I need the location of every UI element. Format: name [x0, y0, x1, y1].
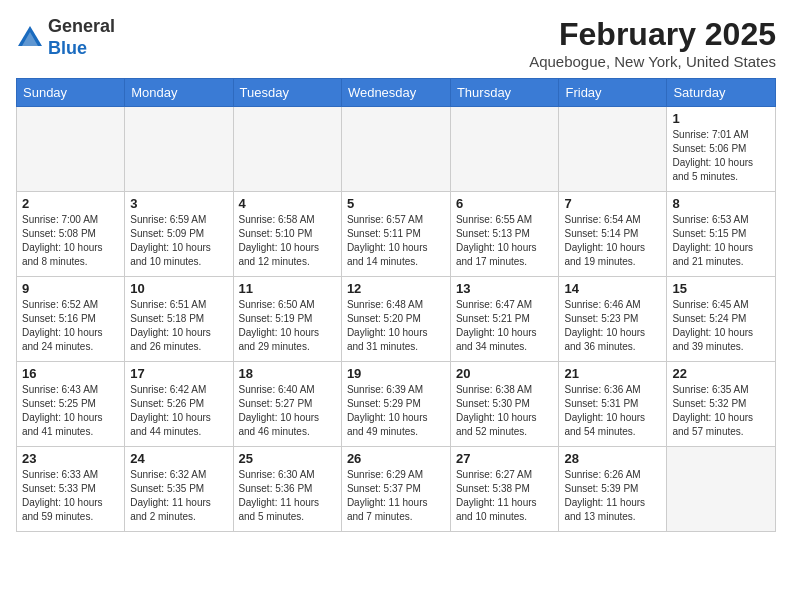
day-info: Sunrise: 6:42 AM Sunset: 5:26 PM Dayligh…: [130, 383, 227, 439]
month-title: February 2025: [529, 16, 776, 53]
calendar-cell: 22Sunrise: 6:35 AM Sunset: 5:32 PM Dayli…: [667, 362, 776, 447]
day-info: Sunrise: 6:57 AM Sunset: 5:11 PM Dayligh…: [347, 213, 445, 269]
day-info: Sunrise: 6:50 AM Sunset: 5:19 PM Dayligh…: [239, 298, 336, 354]
day-info: Sunrise: 6:55 AM Sunset: 5:13 PM Dayligh…: [456, 213, 554, 269]
day-info: Sunrise: 6:33 AM Sunset: 5:33 PM Dayligh…: [22, 468, 119, 524]
day-info: Sunrise: 6:26 AM Sunset: 5:39 PM Dayligh…: [564, 468, 661, 524]
week-row-1: 1Sunrise: 7:01 AM Sunset: 5:06 PM Daylig…: [17, 107, 776, 192]
day-info: Sunrise: 6:27 AM Sunset: 5:38 PM Dayligh…: [456, 468, 554, 524]
day-number: 2: [22, 196, 119, 211]
day-number: 15: [672, 281, 770, 296]
day-info: Sunrise: 6:30 AM Sunset: 5:36 PM Dayligh…: [239, 468, 336, 524]
day-number: 3: [130, 196, 227, 211]
day-number: 24: [130, 451, 227, 466]
day-number: 12: [347, 281, 445, 296]
calendar-cell: 7Sunrise: 6:54 AM Sunset: 5:14 PM Daylig…: [559, 192, 667, 277]
calendar-cell: 16Sunrise: 6:43 AM Sunset: 5:25 PM Dayli…: [17, 362, 125, 447]
weekday-header-tuesday: Tuesday: [233, 79, 341, 107]
calendar-cell: 24Sunrise: 6:32 AM Sunset: 5:35 PM Dayli…: [125, 447, 233, 532]
day-info: Sunrise: 6:46 AM Sunset: 5:23 PM Dayligh…: [564, 298, 661, 354]
day-number: 22: [672, 366, 770, 381]
calendar-cell: 6Sunrise: 6:55 AM Sunset: 5:13 PM Daylig…: [450, 192, 559, 277]
week-row-5: 23Sunrise: 6:33 AM Sunset: 5:33 PM Dayli…: [17, 447, 776, 532]
calendar-cell: 14Sunrise: 6:46 AM Sunset: 5:23 PM Dayli…: [559, 277, 667, 362]
day-number: 13: [456, 281, 554, 296]
weekday-header-friday: Friday: [559, 79, 667, 107]
day-number: 8: [672, 196, 770, 211]
calendar-cell: [233, 107, 341, 192]
day-number: 4: [239, 196, 336, 211]
calendar-cell: 17Sunrise: 6:42 AM Sunset: 5:26 PM Dayli…: [125, 362, 233, 447]
calendar-cell: 3Sunrise: 6:59 AM Sunset: 5:09 PM Daylig…: [125, 192, 233, 277]
day-number: 6: [456, 196, 554, 211]
weekday-header-wednesday: Wednesday: [341, 79, 450, 107]
calendar-cell: 21Sunrise: 6:36 AM Sunset: 5:31 PM Dayli…: [559, 362, 667, 447]
calendar-cell: 4Sunrise: 6:58 AM Sunset: 5:10 PM Daylig…: [233, 192, 341, 277]
calendar-cell: 13Sunrise: 6:47 AM Sunset: 5:21 PM Dayli…: [450, 277, 559, 362]
day-number: 18: [239, 366, 336, 381]
title-block: February 2025 Aquebogue, New York, Unite…: [529, 16, 776, 70]
logo-blue-text: Blue: [48, 38, 87, 58]
day-info: Sunrise: 6:40 AM Sunset: 5:27 PM Dayligh…: [239, 383, 336, 439]
day-info: Sunrise: 6:39 AM Sunset: 5:29 PM Dayligh…: [347, 383, 445, 439]
calendar-cell: 19Sunrise: 6:39 AM Sunset: 5:29 PM Dayli…: [341, 362, 450, 447]
calendar-cell: 25Sunrise: 6:30 AM Sunset: 5:36 PM Dayli…: [233, 447, 341, 532]
day-number: 7: [564, 196, 661, 211]
week-row-2: 2Sunrise: 7:00 AM Sunset: 5:08 PM Daylig…: [17, 192, 776, 277]
day-number: 9: [22, 281, 119, 296]
calendar-table: SundayMondayTuesdayWednesdayThursdayFrid…: [16, 78, 776, 532]
calendar-cell: [559, 107, 667, 192]
day-number: 28: [564, 451, 661, 466]
day-info: Sunrise: 6:47 AM Sunset: 5:21 PM Dayligh…: [456, 298, 554, 354]
day-info: Sunrise: 6:54 AM Sunset: 5:14 PM Dayligh…: [564, 213, 661, 269]
calendar-cell: 18Sunrise: 6:40 AM Sunset: 5:27 PM Dayli…: [233, 362, 341, 447]
calendar-header-row: SundayMondayTuesdayWednesdayThursdayFrid…: [17, 79, 776, 107]
day-number: 26: [347, 451, 445, 466]
logo: General Blue: [16, 16, 115, 59]
day-number: 21: [564, 366, 661, 381]
day-info: Sunrise: 6:48 AM Sunset: 5:20 PM Dayligh…: [347, 298, 445, 354]
day-info: Sunrise: 6:52 AM Sunset: 5:16 PM Dayligh…: [22, 298, 119, 354]
calendar-cell: 5Sunrise: 6:57 AM Sunset: 5:11 PM Daylig…: [341, 192, 450, 277]
calendar-cell: 10Sunrise: 6:51 AM Sunset: 5:18 PM Dayli…: [125, 277, 233, 362]
day-number: 17: [130, 366, 227, 381]
day-number: 20: [456, 366, 554, 381]
weekday-header-sunday: Sunday: [17, 79, 125, 107]
week-row-3: 9Sunrise: 6:52 AM Sunset: 5:16 PM Daylig…: [17, 277, 776, 362]
day-info: Sunrise: 7:01 AM Sunset: 5:06 PM Dayligh…: [672, 128, 770, 184]
day-info: Sunrise: 6:51 AM Sunset: 5:18 PM Dayligh…: [130, 298, 227, 354]
weekday-header-monday: Monday: [125, 79, 233, 107]
calendar-cell: 1Sunrise: 7:01 AM Sunset: 5:06 PM Daylig…: [667, 107, 776, 192]
day-info: Sunrise: 6:59 AM Sunset: 5:09 PM Dayligh…: [130, 213, 227, 269]
day-number: 27: [456, 451, 554, 466]
day-number: 11: [239, 281, 336, 296]
day-number: 5: [347, 196, 445, 211]
calendar-cell: 26Sunrise: 6:29 AM Sunset: 5:37 PM Dayli…: [341, 447, 450, 532]
day-info: Sunrise: 6:32 AM Sunset: 5:35 PM Dayligh…: [130, 468, 227, 524]
calendar-cell: 20Sunrise: 6:38 AM Sunset: 5:30 PM Dayli…: [450, 362, 559, 447]
day-info: Sunrise: 6:36 AM Sunset: 5:31 PM Dayligh…: [564, 383, 661, 439]
day-info: Sunrise: 7:00 AM Sunset: 5:08 PM Dayligh…: [22, 213, 119, 269]
calendar-cell: 12Sunrise: 6:48 AM Sunset: 5:20 PM Dayli…: [341, 277, 450, 362]
day-number: 10: [130, 281, 227, 296]
day-info: Sunrise: 6:53 AM Sunset: 5:15 PM Dayligh…: [672, 213, 770, 269]
calendar-cell: 23Sunrise: 6:33 AM Sunset: 5:33 PM Dayli…: [17, 447, 125, 532]
calendar-cell: 2Sunrise: 7:00 AM Sunset: 5:08 PM Daylig…: [17, 192, 125, 277]
location-text: Aquebogue, New York, United States: [529, 53, 776, 70]
calendar-cell: 9Sunrise: 6:52 AM Sunset: 5:16 PM Daylig…: [17, 277, 125, 362]
calendar-cell: 11Sunrise: 6:50 AM Sunset: 5:19 PM Dayli…: [233, 277, 341, 362]
calendar-cell: [125, 107, 233, 192]
calendar-cell: [450, 107, 559, 192]
weekday-header-saturday: Saturday: [667, 79, 776, 107]
week-row-4: 16Sunrise: 6:43 AM Sunset: 5:25 PM Dayli…: [17, 362, 776, 447]
calendar-cell: [341, 107, 450, 192]
day-info: Sunrise: 6:58 AM Sunset: 5:10 PM Dayligh…: [239, 213, 336, 269]
day-info: Sunrise: 6:35 AM Sunset: 5:32 PM Dayligh…: [672, 383, 770, 439]
day-number: 25: [239, 451, 336, 466]
day-number: 19: [347, 366, 445, 381]
calendar-cell: 27Sunrise: 6:27 AM Sunset: 5:38 PM Dayli…: [450, 447, 559, 532]
calendar-cell: [667, 447, 776, 532]
logo-general-text: General: [48, 16, 115, 36]
calendar-cell: 28Sunrise: 6:26 AM Sunset: 5:39 PM Dayli…: [559, 447, 667, 532]
day-number: 16: [22, 366, 119, 381]
